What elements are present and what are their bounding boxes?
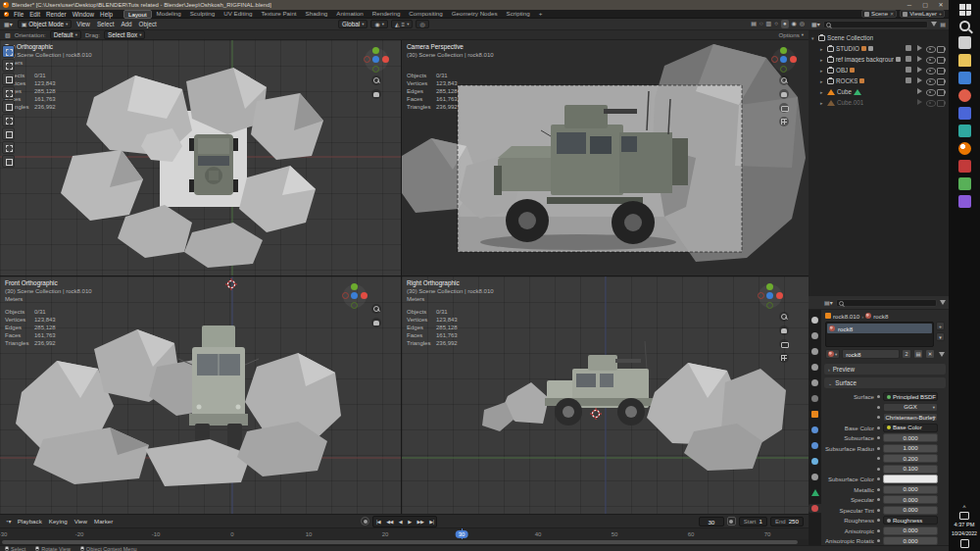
outliner-search-input[interactable]	[823, 21, 929, 28]
viewport-menu-item[interactable]: View	[76, 21, 90, 27]
timeline-ruler[interactable]: -30-20-10010203040506070	[0, 527, 808, 539]
render-visibility-icon[interactable]	[937, 87, 946, 96]
new-material-icon[interactable]: ▤	[913, 349, 923, 359]
tab-particles-icon[interactable]	[810, 441, 819, 450]
file-explorer-icon[interactable]	[958, 54, 971, 67]
decorator-dot[interactable]	[877, 426, 880, 429]
property-field[interactable]: 0.000 ▾	[883, 485, 938, 494]
disclosure-icon[interactable]: ▸	[820, 57, 825, 63]
hide-eye-icon[interactable]	[926, 66, 935, 75]
workspace-tab[interactable]: Scripting	[503, 10, 534, 19]
taskbar-app-icon-3[interactable]	[958, 107, 971, 120]
preview-panel-header[interactable]: › Preview	[824, 364, 946, 375]
browse-material-dropdown[interactable]: ▾	[825, 349, 840, 359]
unlink-material-icon[interactable]: ✕	[925, 349, 935, 359]
decorator-dot[interactable]	[877, 477, 880, 480]
minimize-button[interactable]: ─	[902, 0, 917, 10]
tab-modifiers-icon[interactable]	[810, 426, 819, 434]
add-material-slot-button[interactable]: +	[936, 322, 945, 330]
disclosure-icon[interactable]: ▾	[811, 35, 816, 41]
decorator-dot[interactable]	[877, 529, 880, 532]
hide-eye-icon[interactable]	[926, 98, 935, 107]
end-frame-field[interactable]: End 250	[770, 517, 804, 526]
zoom-icon[interactable]	[371, 304, 381, 314]
xray-toggle-icon[interactable]: ▥	[766, 20, 772, 28]
hide-eye-icon[interactable]	[926, 44, 935, 53]
proportional-editing-dropdown[interactable]: ◎	[416, 20, 428, 28]
3d-cursor[interactable]	[225, 278, 237, 290]
viewport-right-ortho[interactable]: Right Orthographic (30) Scene Collection…	[402, 276, 808, 514]
zoom-icon[interactable]	[371, 75, 381, 85]
rocks-mesh[interactable]	[647, 363, 786, 471]
selectable-icon[interactable]	[915, 76, 924, 85]
toggle-perspective-icon[interactable]	[779, 117, 789, 126]
options-dropdown[interactable]: Options	[778, 31, 799, 38]
tool-annotate[interactable]	[2, 127, 15, 140]
drag-mode-dropdown[interactable]: Select Box ▾	[104, 30, 145, 39]
decorator-dot[interactable]	[877, 436, 880, 439]
tool-move[interactable]	[2, 73, 15, 85]
workspace-tab[interactable]: Layout	[123, 10, 152, 19]
viewport-front-ortho[interactable]: Front Orthographic (30) Scene Collection…	[0, 276, 401, 514]
zoom-icon[interactable]	[779, 75, 789, 85]
unlink-scene-icon[interactable]: ✕	[890, 11, 894, 17]
navigation-gizmo[interactable]	[759, 284, 782, 308]
selectable-icon[interactable]	[915, 66, 924, 75]
filter-funnel-icon[interactable]	[939, 352, 945, 357]
hide-eye-icon[interactable]	[926, 55, 935, 64]
property-field[interactable]: ▾	[883, 475, 938, 483]
camera-view-icon[interactable]	[779, 339, 789, 349]
property-field[interactable]: 0.100 ▾	[883, 465, 938, 474]
property-field[interactable]: Base Color ▾	[883, 424, 938, 432]
render-visibility-icon[interactable]	[937, 66, 946, 75]
tool-select-box[interactable]	[2, 45, 15, 58]
start-button-icon[interactable]	[958, 3, 971, 16]
tab-output-icon[interactable]	[810, 347, 819, 356]
property-field[interactable]: Principled BSDF ▾	[883, 392, 938, 401]
disclosure-icon[interactable]: ▸	[820, 68, 825, 74]
pan-icon[interactable]	[779, 89, 789, 99]
tab-world-icon[interactable]	[810, 394, 819, 403]
preview-range-icon[interactable]	[727, 517, 736, 526]
property-field[interactable]: 0.000 ▾	[883, 526, 938, 535]
orientation-value-dropdown[interactable]: Default ▾	[50, 30, 81, 39]
workspace-tab[interactable]: Sculpting	[186, 10, 219, 19]
prev-keyframe-button[interactable]: ◀◀	[383, 517, 396, 526]
properties-search-input[interactable]	[836, 299, 937, 307]
timeline-menu-item[interactable]: Keying	[49, 518, 68, 525]
show-overlays-icon[interactable]: ◌	[760, 20, 763, 28]
selectable-icon[interactable]	[915, 44, 924, 53]
outliner-row-scene-collection[interactable]: ▾ Scene Collection	[808, 32, 949, 43]
tab-tool-icon[interactable]	[810, 316, 819, 325]
workspace-tab[interactable]: +	[535, 10, 547, 19]
hide-eye-icon[interactable]	[926, 87, 935, 96]
display-tray-icon[interactable]	[959, 512, 969, 520]
render-visibility-icon[interactable]	[937, 55, 946, 64]
property-field[interactable]: Roughness ▾	[883, 516, 938, 525]
zoom-icon[interactable]	[779, 312, 789, 322]
disclosure-icon[interactable]: ▸	[820, 78, 825, 84]
play-reverse-button[interactable]: ◀	[396, 517, 405, 526]
maximize-button[interactable]: ▢	[917, 0, 933, 10]
current-frame-field[interactable]: 30	[699, 517, 724, 526]
timeline-menu-item[interactable]: View	[74, 518, 87, 525]
surface-panel-header[interactable]: ⌄ Surface	[824, 377, 946, 388]
workspace-tab[interactable]: Modeling	[153, 10, 185, 19]
slot-specials-icon[interactable]: ▾	[936, 332, 945, 341]
jump-to-start-button[interactable]: |◀	[373, 517, 383, 526]
jump-to-end-button[interactable]: ▶|	[426, 517, 436, 526]
taskbar-app-icon-7[interactable]	[958, 195, 971, 208]
decorator-dot[interactable]	[877, 488, 880, 491]
taskbar-overflow-chevron-icon[interactable]: ˄	[962, 504, 966, 510]
material-slot-list[interactable]: rock8	[825, 322, 934, 347]
tool-scale[interactable]	[2, 100, 15, 113]
add-view-layer-icon[interactable]: +	[939, 11, 942, 17]
outliner-row-studio[interactable]: ▸ STUDIO	[808, 43, 949, 54]
notification-center-icon[interactable]	[960, 539, 969, 548]
tab-object-icon[interactable]	[810, 410, 819, 419]
tab-view-layer-icon[interactable]	[810, 363, 819, 372]
pan-icon[interactable]	[371, 318, 381, 327]
property-field[interactable]: Christensen-Burley ▾	[883, 413, 938, 422]
property-field[interactable]: 0.200 ▾	[883, 454, 938, 463]
render-visibility-icon[interactable]	[937, 98, 946, 107]
